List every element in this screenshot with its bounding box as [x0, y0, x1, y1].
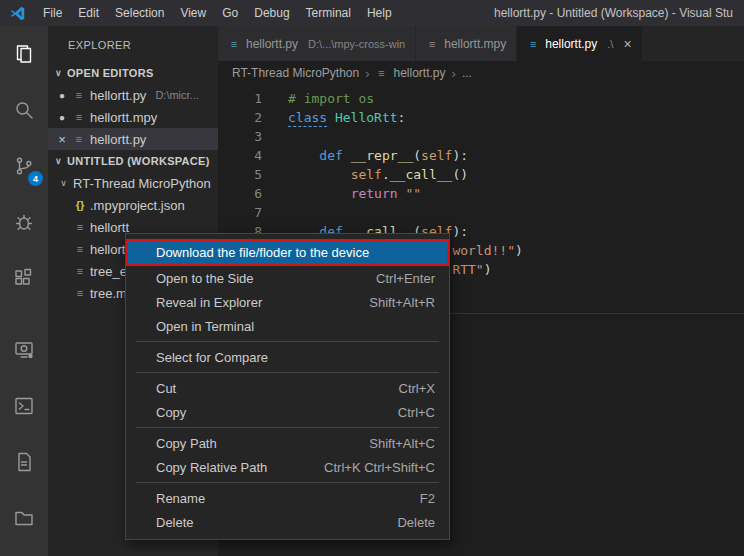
code-text: # import os — [288, 89, 374, 108]
menu-separator — [136, 341, 439, 342]
tab-1-hellortt.py[interactable]: ≡hellortt.pyD:\...\mpy-cross-win — [218, 26, 416, 61]
title-bar: FileEditSelectionViewGoDebugTerminalHelp… — [0, 0, 744, 26]
breadcrumb-item[interactable]: RT-Thread MicroPython — [232, 66, 359, 80]
menu-bar: FileEditSelectionViewGoDebugTerminalHelp — [35, 0, 400, 26]
window-title: hellortt.py - Untitled (Workspace) - Vis… — [494, 0, 744, 26]
code-line: 2class HelloRtt: — [218, 108, 744, 127]
context-menu-item[interactable]: DeleteDelete — [126, 510, 449, 534]
line-number: 1 — [218, 89, 262, 108]
menu-item-shortcut: Ctrl+C — [398, 405, 435, 420]
extensions-icon[interactable] — [0, 250, 48, 306]
menu-item-shortcut: Ctrl+K Ctrl+Shift+C — [324, 460, 435, 475]
context-menu-item[interactable]: CutCtrl+X — [126, 376, 449, 400]
menu-view[interactable]: View — [172, 0, 214, 26]
line-number: 7 — [218, 203, 262, 222]
chevron-down-icon: ∨ — [58, 178, 69, 188]
menu-item-label: Open in Terminal — [156, 319, 254, 334]
tree-item-label: hellort — [90, 242, 125, 257]
python-file-icon: ≡ — [73, 89, 85, 101]
line-number: 4 — [218, 146, 262, 165]
tab-3-hellortt.py[interactable]: ≡hellortt.py.\× — [517, 26, 642, 61]
context-menu-item[interactable]: Open in Terminal — [126, 314, 449, 338]
mpy-file-icon: ≡ — [74, 221, 86, 233]
menu-item-label: Open to the Side — [156, 271, 254, 286]
menu-item-label: Reveal in Explorer — [156, 295, 262, 310]
activity-bar: 4 — [0, 26, 48, 556]
breadcrumb-item[interactable]: ... — [462, 66, 472, 80]
folder-icon[interactable] — [0, 490, 48, 546]
menu-file[interactable]: File — [35, 0, 70, 26]
breadcrumb-item[interactable]: hellortt.py — [394, 66, 446, 80]
close-icon[interactable]: × — [56, 132, 68, 147]
terminal-icon[interactable] — [0, 378, 48, 434]
menu-item-shortcut: Ctrl+Enter — [376, 271, 435, 286]
chevron-down-icon: ∨ — [53, 156, 64, 166]
workspace-header[interactable]: ∨ UNTITLED (WORKSPACE) — [48, 150, 218, 172]
file-label: hellortt.py — [90, 88, 146, 103]
menu-terminal[interactable]: Terminal — [298, 0, 359, 26]
tab-label: hellortt.py — [246, 37, 298, 51]
menu-debug[interactable]: Debug — [246, 0, 297, 26]
tree-item-label: RT-Thread MicroPython — [73, 176, 211, 191]
open-editor-item[interactable]: ×≡hellortt.py — [48, 128, 218, 150]
close-icon[interactable]: × — [623, 36, 631, 52]
code-line: 7 — [218, 203, 744, 222]
context-menu-item[interactable]: RenameF2 — [126, 486, 449, 510]
context-menu-item[interactable]: Select for Compare — [126, 345, 449, 369]
debug-icon[interactable] — [0, 194, 48, 250]
code-text: def __repr__(self): — [288, 146, 468, 165]
context-menu: Download the file/floder to the deviceOp… — [125, 233, 450, 540]
workspace-label: UNTITLED (WORKSPACE) — [67, 155, 210, 167]
code-line: 6 return "" — [218, 184, 744, 203]
sidebar-title: EXPLORER — [48, 26, 218, 62]
menu-item-label: Copy Relative Path — [156, 460, 267, 475]
tree-item-label: .mpyproject.json — [90, 198, 185, 213]
code-line: 3 — [218, 127, 744, 146]
modified-dot-icon: ● — [56, 112, 68, 123]
menu-separator — [136, 482, 439, 483]
menu-item-shortcut: Shift+Alt+R — [369, 295, 435, 310]
open-editors-list: ●≡hellortt.pyD:\micr...●≡hellortt.mpy×≡h… — [48, 84, 218, 150]
tab-2-hellortt.mpy[interactable]: ≡hellortt.mpy — [416, 26, 517, 61]
context-menu-item[interactable]: Reveal in ExplorerShift+Alt+R — [126, 290, 449, 314]
tab-label: hellortt.py — [545, 37, 597, 51]
menu-help[interactable]: Help — [359, 0, 400, 26]
context-menu-item[interactable]: Download the file/floder to the device — [126, 239, 449, 266]
context-menu-item[interactable]: Open to the SideCtrl+Enter — [126, 266, 449, 290]
menu-item-label: Copy Path — [156, 436, 217, 451]
source-control-icon[interactable]: 4 — [0, 138, 48, 194]
count-badge: 4 — [28, 171, 43, 186]
tree-item-label: tree_e — [90, 264, 127, 279]
menu-separator — [136, 372, 439, 373]
menu-edit[interactable]: Edit — [70, 0, 107, 26]
menu-item-label: Rename — [156, 491, 205, 506]
context-menu-item[interactable]: Copy Relative PathCtrl+K Ctrl+Shift+C — [126, 455, 449, 479]
file-label: hellortt.mpy — [90, 110, 157, 125]
context-menu-item[interactable]: CopyCtrl+C — [126, 400, 449, 424]
menu-item-label: Select for Compare — [156, 350, 268, 365]
document-icon[interactable] — [0, 434, 48, 490]
open-editors-label: OPEN EDITORS — [67, 67, 154, 79]
file-label: hellortt.py — [90, 132, 146, 147]
vscode-logo-icon — [9, 5, 26, 22]
open-editor-item[interactable]: ●≡hellortt.pyD:\micr... — [48, 84, 218, 106]
mpy-file-icon: ≡ — [74, 287, 86, 299]
code-line: 5 self.__call__() — [218, 165, 744, 184]
menu-item-shortcut: Shift+Alt+C — [369, 436, 435, 451]
menu-item-shortcut: Delete — [397, 515, 435, 530]
files-icon[interactable] — [0, 26, 48, 82]
python-file-icon: ≡ — [74, 243, 86, 255]
open-editor-item[interactable]: ●≡hellortt.mpy — [48, 106, 218, 128]
tree-item[interactable]: {}.mpyproject.json — [48, 194, 218, 216]
python-file-icon: ≡ — [527, 38, 539, 50]
menu-selection[interactable]: Selection — [107, 0, 172, 26]
tree-item[interactable]: ∨RT-Thread MicroPython — [48, 172, 218, 194]
open-editors-header[interactable]: ∨ OPEN EDITORS — [48, 62, 218, 84]
menu-go[interactable]: Go — [214, 0, 246, 26]
menu-item-label: Download the file/floder to the device — [156, 245, 369, 260]
remote-device-icon[interactable] — [0, 322, 48, 378]
mpy-file-icon: ≡ — [426, 38, 438, 50]
context-menu-item[interactable]: Copy PathShift+Alt+C — [126, 431, 449, 455]
tab-bar: ≡hellortt.pyD:\...\mpy-cross-win≡hellort… — [218, 26, 744, 61]
search-icon[interactable] — [0, 82, 48, 138]
